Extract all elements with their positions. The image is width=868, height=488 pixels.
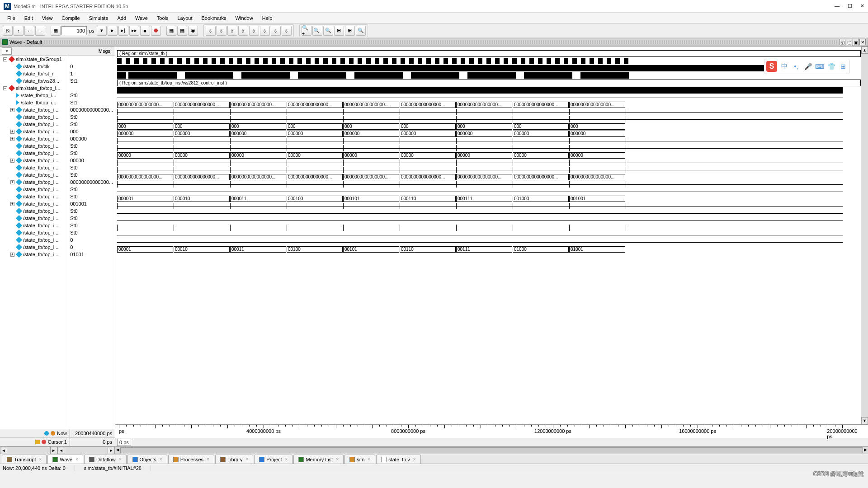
scroll-right-button[interactable]: ► [863,447,868,454]
signal-row[interactable]: /state_tb/top_i... [0,229,68,236]
run-button[interactable]: ▸ [108,26,118,36]
menu-add[interactable]: Add [113,14,131,22]
menu-layout[interactable]: Layout [173,14,197,22]
panel-btn[interactable]: ◱ [839,39,845,45]
expand-icon[interactable]: + [10,180,14,184]
signal-row[interactable]: /state_tb/top_i... [0,113,68,121]
toolbar-btn[interactable]: ▦ [51,26,61,36]
tab-close-icon[interactable]: × [246,457,249,462]
tab-close-icon[interactable]: × [160,457,162,462]
ime-skin-icon[interactable]: 👕 [827,62,836,71]
tab-close-icon[interactable]: × [285,457,288,462]
tab-dataflow[interactable]: Dataflow× [84,455,127,464]
signal-row[interactable]: /state_tb/top_i... [0,186,68,193]
cursor-btn[interactable]: ⎀ [260,26,270,36]
menu-simulate[interactable]: Simulate [85,14,113,22]
step-button[interactable]: ▸| [118,26,128,36]
zoom-in-icon[interactable]: 🔍+ [302,26,311,36]
cursor-btn[interactable]: ⎀ [217,26,226,36]
expand-icon[interactable]: − [3,86,7,90]
expand-icon[interactable]: + [10,130,14,134]
zoom-btn[interactable]: ⊞ [334,26,344,36]
signal-row[interactable]: +/state_tb/top_i... [0,128,68,135]
signal-row[interactable]: /state_tb/top_i... [0,164,68,171]
ime-toolbar[interactable]: S 中 •, 🎤 ⌨ 👕 ⊞ [764,59,850,74]
tab-wave[interactable]: Wave× [47,455,83,464]
signal-row[interactable]: /state_tb/top_i... [0,92,68,99]
tab-close-icon[interactable]: × [39,457,42,462]
tab-memory-list[interactable]: Memory List× [293,455,344,464]
tab-close-icon[interactable]: × [207,457,209,462]
signal-row[interactable]: +/state_tb/top_i... [0,178,68,186]
expand-icon[interactable]: + [10,108,14,112]
cursor-btn[interactable]: ⎀ [271,26,281,36]
signal-row[interactable]: −sim:/state_tb/Group1 [0,56,68,63]
menu-tools[interactable]: Tools [152,14,173,22]
tab-library[interactable]: Library× [215,455,253,464]
waveform-area[interactable]: ▲▼ ( Region: sim:/state_tb )( Region: si… [115,47,868,424]
toolbar-btn[interactable]: ◉ [188,26,198,36]
menu-compile[interactable]: Compile [57,14,84,22]
cursor-btn[interactable]: ⎀ [249,26,259,36]
time-dropdown[interactable]: ▾ [97,26,107,36]
stop-icon[interactable]: ⬣ [151,26,161,36]
vertical-scrollbar[interactable]: ▲▼ [861,47,868,424]
scroll-left-button[interactable]: ◄ [58,447,65,454]
signal-row[interactable]: /state_tb/top_i... [0,142,68,150]
signal-row[interactable]: /state_tb/rst_n [0,70,68,77]
signal-row[interactable]: /state_tb/top_i... [0,244,68,251]
close-button[interactable]: ✕ [860,3,864,9]
signal-row[interactable]: /state_tb/top_i... [0,215,68,222]
cursor-btn[interactable]: ⎀ [227,26,237,36]
zoom-btn[interactable]: 🔍 [356,26,366,36]
signal-row[interactable]: /state_tb/top_i... [0,171,68,178]
tab-state_tb.v[interactable]: state_tb.v× [376,455,421,464]
nav-up-button[interactable]: ↑ [14,26,24,36]
tab-project[interactable]: Project× [254,455,292,464]
signal-row[interactable]: +/state_tb/top_i... [0,135,68,142]
tab-transcript[interactable]: Transcript× [2,455,47,464]
expand-icon[interactable]: + [10,202,14,206]
zoom-btn[interactable]: ⊞ [345,26,355,36]
zoom-out-icon[interactable]: 🔍- [312,26,322,36]
signal-tree[interactable]: −sim:/state_tb/Group1/state_tb/clk/state… [0,56,68,429]
zoom-full-icon[interactable]: 🔍 [323,26,333,36]
scroll-left-button[interactable]: ◄ [0,447,7,454]
tab-sim[interactable]: sim× [344,455,375,464]
scroll-right-button[interactable]: ► [108,447,115,454]
tab-processes[interactable]: Processes× [168,455,214,464]
ime-mic-icon[interactable]: 🎤 [803,62,812,71]
signal-row[interactable]: /state_tb/top_i... [0,193,68,200]
tab-close-icon[interactable]: × [413,457,416,462]
run-time-input[interactable] [61,26,87,35]
signal-row[interactable]: /state_tb/top_i... [0,121,68,128]
ime-lang-icon[interactable]: 中 [780,62,789,71]
signal-row[interactable]: /state_tb/top_i... [0,99,68,106]
ime-keyboard-icon[interactable]: ⌨ [815,62,824,71]
menu-bookmarks[interactable]: Bookmarks [197,14,231,22]
tab-close-icon[interactable]: × [75,457,78,462]
menu-edit[interactable]: Edit [20,14,38,22]
cursor-btn[interactable]: ⎀ [282,26,292,36]
expand-icon[interactable]: + [10,137,14,141]
tab-close-icon[interactable]: × [368,457,370,462]
menu-window[interactable]: Window [231,14,258,22]
expand-icon[interactable]: + [10,253,14,257]
menu-view[interactable]: View [38,14,57,22]
toolbar-btn[interactable]: ▦ [166,26,176,36]
run-all-button[interactable]: ▸▸ [129,26,139,36]
signal-row[interactable]: /state_tb/top_i... [0,236,68,244]
signal-row[interactable]: +/state_tb/top_i... [0,157,68,164]
cursor-btn[interactable]: ⎀ [206,26,216,36]
maximize-button[interactable]: ☐ [848,3,852,9]
panel-btn[interactable]: ▣ [853,39,859,45]
expand-icon[interactable]: − [3,57,7,61]
signal-row[interactable]: +/state_tb/top_i... [0,106,68,113]
expand-icon[interactable]: + [10,159,14,163]
toolbar-btn[interactable]: ⎘ [3,26,13,36]
signal-row[interactable]: −sim:/state_tb/top_i... [0,84,68,92]
sogou-logo-icon[interactable]: S [766,61,777,72]
panel-btn[interactable]: ▢ [846,39,852,45]
nav-fwd-button[interactable]: → [35,26,45,36]
cursor-btn[interactable]: ⎀ [238,26,248,36]
